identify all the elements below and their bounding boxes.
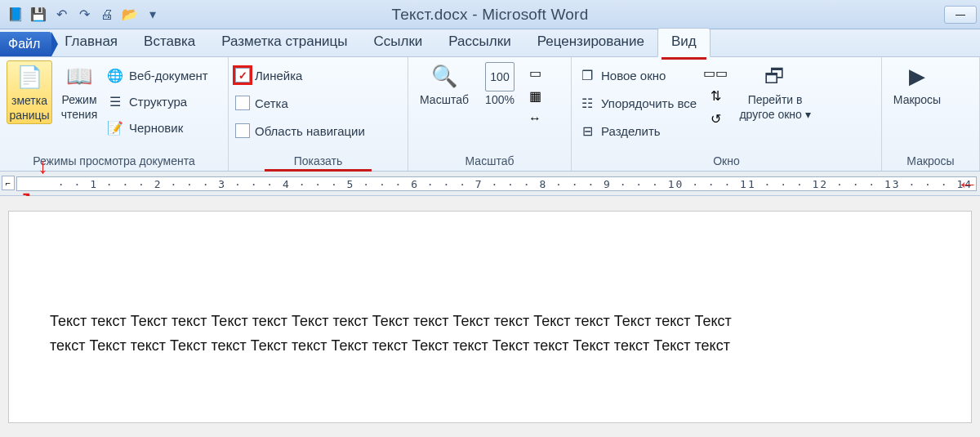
- checkbox-icon: [235, 123, 250, 138]
- reset-window-icon[interactable]: ↺: [706, 109, 724, 127]
- page-icon: 📄: [15, 63, 44, 92]
- print-layout-label-1: зметка: [11, 94, 47, 107]
- sync-scroll-icon[interactable]: ⇅: [706, 87, 724, 105]
- reading-label-1: Режим: [61, 93, 96, 106]
- quick-access-toolbar: 📘 💾 ↶ ↷ 🖨 📂 ▾: [0, 4, 163, 25]
- outline-button[interactable]: ☰ Структура: [106, 90, 208, 113]
- window-controls: —: [944, 6, 980, 24]
- redo-icon[interactable]: ↷: [74, 4, 95, 25]
- zoom-100-button[interactable]: 100 100%: [477, 60, 523, 106]
- paragraph-line: текст Текст текст Текст текст Текст текс…: [50, 334, 940, 359]
- print-layout-button[interactable]: 📄 зметка раницы: [7, 60, 52, 124]
- group-show: Линейка Сетка Область навигации Показать: [229, 57, 408, 171]
- annotation-arrow-left: ←: [957, 173, 978, 194]
- macros-label: Макросы: [893, 93, 941, 106]
- group-label-show: Показать: [229, 153, 408, 171]
- book-icon: 📖: [65, 62, 94, 91]
- ruler-label: Линейка: [255, 69, 302, 82]
- macros-icon: ▶: [902, 62, 932, 91]
- file-tab[interactable]: Файл: [0, 32, 51, 56]
- draft-label: Черновик: [129, 121, 183, 135]
- magnifier-icon: 🔍: [430, 62, 459, 91]
- ruler-scale: · · 1 · · · 2 · · · 3 · · · 4 · · · 5 · …: [50, 177, 976, 190]
- navigation-label: Область навигации: [255, 124, 365, 138]
- page[interactable]: Текст текст Текст текст Текст текст Текс…: [8, 211, 972, 423]
- print-icon[interactable]: 🖨: [96, 4, 118, 25]
- open-icon[interactable]: 📂: [119, 4, 140, 25]
- tab-page-layout[interactable]: Разметка страницы: [208, 29, 360, 56]
- group-macros: ▶ Макросы Макросы: [882, 57, 980, 171]
- reading-mode-button[interactable]: 📖 Режим чтения: [56, 60, 103, 121]
- word-icon[interactable]: 📘: [5, 4, 26, 25]
- hundred-icon: 100: [485, 62, 514, 91]
- ruler-checkbox[interactable]: Линейка: [235, 64, 365, 87]
- save-icon[interactable]: 💾: [28, 4, 49, 25]
- page-width-icon[interactable]: ↔: [526, 109, 544, 127]
- reading-label-2: чтения: [61, 108, 97, 121]
- draft-button[interactable]: 📝 Черновик: [106, 116, 208, 139]
- tab-review[interactable]: Рецензирование: [524, 29, 657, 56]
- web-layout-label: Веб-документ: [129, 69, 208, 82]
- outline-label: Структура: [129, 95, 187, 109]
- group-window: ❐ Новое окно ☷ Упорядочить все ⊟ Раздели…: [572, 57, 882, 171]
- arrange-label: Упорядочить все: [601, 96, 697, 110]
- new-window-label: Новое окно: [601, 69, 666, 82]
- web-layout-button[interactable]: 🌐 Веб-документ: [106, 64, 208, 87]
- split-label: Разделить: [601, 124, 661, 138]
- group-label-views: Режимы просмотра документа: [0, 153, 228, 171]
- group-zoom: 🔍 Масштаб 100 100% ▭ ▦ ↔ Масштаб: [408, 57, 572, 171]
- checkbox-icon: [235, 68, 250, 82]
- switch-label-2: другое окно ▾: [739, 108, 810, 121]
- draft-icon: 📝: [106, 118, 124, 136]
- zoom-label: Масштаб: [420, 93, 469, 106]
- globe-icon: 🌐: [106, 66, 124, 84]
- paragraph-line: Текст текст Текст текст Текст текст Текс…: [50, 310, 940, 334]
- group-label-window: Окно: [572, 153, 881, 171]
- arrange-icon: ☷: [578, 94, 596, 112]
- undo-icon[interactable]: ↶: [51, 4, 72, 25]
- split-icon: ⊟: [578, 122, 596, 140]
- checkbox-icon: [235, 96, 250, 110]
- qat-more-icon[interactable]: ▾: [142, 4, 163, 25]
- two-pages-icon[interactable]: ▦: [526, 87, 544, 105]
- gridlines-label: Сетка: [255, 96, 288, 110]
- arrange-all-button[interactable]: ☷ Упорядочить все: [578, 91, 697, 114]
- ruler-area: ⌐ · · 1 · · · 2 · · · 3 · · · 4 · · · 5 …: [0, 172, 980, 196]
- tab-mailings[interactable]: Рассылки: [435, 29, 523, 56]
- minimize-button[interactable]: —: [944, 6, 977, 24]
- group-document-views: 📄 зметка раницы 📖 Режим чтения 🌐 Веб-док…: [0, 57, 229, 171]
- document-viewport[interactable]: Текст текст Текст текст Текст текст Текс…: [0, 196, 980, 437]
- tab-selector[interactable]: ⌐: [2, 176, 15, 190]
- switch-label-1: Перейти в: [748, 93, 803, 106]
- tab-home[interactable]: Главная: [51, 29, 131, 56]
- new-window-button[interactable]: ❐ Новое окно: [578, 64, 697, 87]
- tab-insert[interactable]: Вставка: [131, 29, 208, 56]
- zoom-button[interactable]: 🔍 Масштаб: [415, 60, 474, 106]
- ribbon: 📄 зметка раницы 📖 Режим чтения 🌐 Веб-док…: [0, 57, 980, 172]
- print-layout-label-2: раницы: [9, 109, 49, 122]
- windows-icon: 🗗: [760, 62, 790, 91]
- new-window-icon: ❐: [578, 66, 596, 84]
- navigation-checkbox[interactable]: Область навигации: [235, 119, 365, 142]
- group-label-macros: Макросы: [882, 153, 979, 171]
- gridlines-checkbox[interactable]: Сетка: [235, 91, 365, 114]
- view-side-by-side-icon[interactable]: ▭▭: [706, 64, 724, 82]
- outline-icon: ☰: [106, 92, 124, 110]
- split-button[interactable]: ⊟ Разделить: [578, 119, 697, 142]
- macros-button[interactable]: ▶ Макросы: [889, 60, 946, 106]
- tab-view[interactable]: Вид: [657, 28, 710, 57]
- tab-references[interactable]: Ссылки: [360, 29, 435, 56]
- ribbon-tabs: Файл Главная Вставка Разметка страницы С…: [0, 29, 980, 57]
- switch-windows-button[interactable]: 🗗 Перейти в другое окно ▾: [734, 60, 816, 121]
- one-page-icon[interactable]: ▭: [526, 64, 544, 82]
- group-label-zoom: Масштаб: [408, 153, 571, 171]
- horizontal-ruler[interactable]: · · 1 · · · 2 · · · 3 · · · 4 · · · 5 · …: [16, 176, 977, 191]
- zoom-100-label: 100%: [485, 93, 514, 106]
- annotation-arrow-down: ↓: [38, 155, 48, 176]
- title-bar: 📘 💾 ↶ ↷ 🖨 📂 ▾ Текст.docx - Microsoft Wor…: [0, 0, 980, 29]
